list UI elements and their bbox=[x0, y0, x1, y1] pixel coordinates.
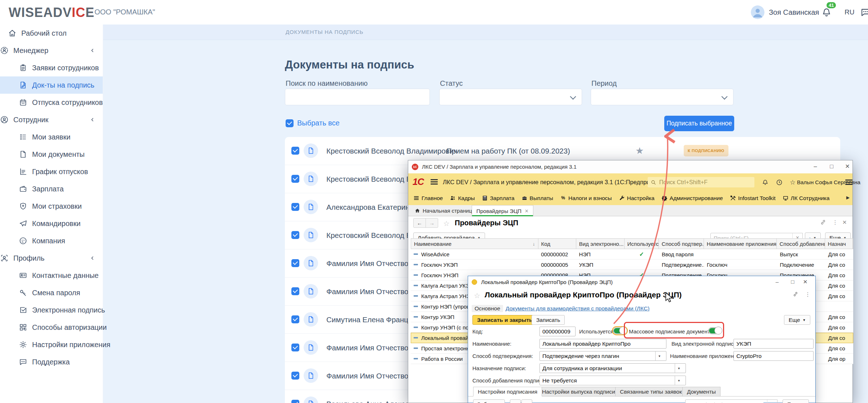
sidebar-item-nastroyki-prilozheniya[interactable]: Настройки приложения bbox=[0, 336, 103, 353]
save-close-button[interactable]: Записать и закрыть bbox=[472, 315, 537, 325]
menu-overflow-icon[interactable]: ▶ bbox=[846, 195, 850, 200]
row-checkbox[interactable] bbox=[291, 372, 299, 380]
sidebar-item-otpuska-sotrudnikov[interactable]: Отпуска сотрудников bbox=[0, 94, 103, 111]
row-checkbox[interactable] bbox=[291, 259, 299, 267]
dialog-titlebar[interactable]: Локальный провайдер КриптоПро (Провайдер… bbox=[468, 276, 815, 288]
wiseadvice-logo[interactable]: WISEADVICE bbox=[9, 5, 94, 20]
row-checkbox[interactable] bbox=[291, 203, 299, 211]
tab-home[interactable]: Начальная страница bbox=[410, 205, 480, 216]
clear-search-icon[interactable]: ✕ bbox=[767, 400, 777, 403]
row-checkbox[interactable] bbox=[291, 400, 299, 403]
chevron-collapse-icon[interactable] bbox=[89, 255, 96, 261]
favorite-star-icon[interactable]: ☆ bbox=[474, 291, 480, 300]
maximize-icon[interactable]: □ bbox=[787, 276, 798, 288]
sidebar-item-profil[interactable]: Профиль bbox=[0, 249, 103, 267]
row-checkbox[interactable] bbox=[291, 287, 299, 295]
signature-purpose-select[interactable]: Для сотрудника и организации▼ bbox=[539, 363, 686, 373]
row-checkbox[interactable] bbox=[291, 175, 299, 183]
sidebar-item-sposoby-avtorizacii[interactable]: Способы авторизации bbox=[0, 319, 103, 336]
1c-global-search[interactable] bbox=[648, 177, 754, 187]
chevron-collapse-icon[interactable] bbox=[89, 47, 96, 54]
column-header[interactable]: Способ добавлени... bbox=[777, 239, 825, 249]
menu-item-налоги-и-взносы[interactable]: %Налоги и взносы bbox=[560, 195, 612, 201]
row-checkbox[interactable] bbox=[291, 147, 299, 155]
nav-documents-link[interactable]: Документы для взаимодействия с провайдер… bbox=[506, 305, 649, 312]
row-checkbox[interactable] bbox=[291, 231, 299, 239]
period-select[interactable] bbox=[591, 89, 733, 105]
chat-icon[interactable] bbox=[860, 7, 868, 17]
dialog-tab-1[interactable]: Настройки подписания bbox=[473, 387, 542, 397]
bell-icon[interactable] bbox=[762, 179, 769, 186]
forward-arrow-icon[interactable]: → bbox=[426, 218, 438, 228]
maximize-icon[interactable]: □ bbox=[825, 160, 838, 173]
1c-search-input[interactable] bbox=[658, 179, 743, 186]
select-all-checkbox[interactable]: Выбрать все bbox=[286, 119, 340, 127]
save-button[interactable]: Записать bbox=[532, 315, 565, 325]
more-button[interactable]: Еще▼ bbox=[784, 315, 810, 325]
sidebar-item-moi-dokumenty[interactable]: Мои документы bbox=[0, 146, 103, 163]
sidebar-item-komandirovki[interactable]: Командировки bbox=[0, 215, 103, 232]
back-arrow-icon[interactable]: ← bbox=[413, 218, 426, 228]
signature-kind-input[interactable] bbox=[733, 339, 814, 349]
sidebar-item-menedzher[interactable]: Менеджер bbox=[0, 42, 103, 59]
menu-item-зарплата[interactable]: Зарплата bbox=[482, 195, 515, 201]
column-header[interactable]: Способ подтвер... bbox=[659, 239, 704, 249]
favorites-star-icon[interactable]: ☆ bbox=[789, 179, 796, 186]
dialog-tab-3[interactable]: Связанные типы заявок bbox=[615, 387, 687, 397]
chevron-collapse-icon[interactable] bbox=[89, 116, 96, 123]
column-header[interactable]: Вид электронно... bbox=[576, 239, 625, 249]
sidebar-item-grafik-otpuskov[interactable]: График отпусков bbox=[0, 163, 103, 180]
close-icon[interactable]: ✕ bbox=[800, 276, 811, 288]
code-input[interactable] bbox=[539, 327, 576, 336]
table-row[interactable]: WiseAdvice000000002НЭП✓Ввод пароляВыпуск… bbox=[411, 249, 853, 260]
sidebar-item-podderzhka[interactable]: Поддержка bbox=[0, 353, 103, 371]
tab-providers[interactable]: Провайдеры ЭЦП✕ bbox=[472, 205, 533, 216]
move-down-icon[interactable]: ▼ bbox=[521, 399, 532, 403]
search-input[interactable] bbox=[285, 89, 429, 105]
name-input[interactable] bbox=[539, 339, 666, 349]
app-name-input[interactable] bbox=[733, 351, 814, 361]
sidebar-item-dokty-na-podpis[interactable]: Док-ты на подпись bbox=[0, 76, 103, 94]
favorite-star-icon[interactable]: ☆ bbox=[443, 219, 450, 228]
more-button[interactable]: Еще▼ bbox=[783, 399, 809, 403]
row-checkbox[interactable] bbox=[291, 344, 299, 351]
star-icon[interactable]: ★ bbox=[635, 145, 644, 156]
more-vert-icon[interactable]: ⋮ bbox=[803, 291, 812, 298]
menu-item-настройка[interactable]: Настройка bbox=[619, 195, 655, 201]
notifications-bell-icon[interactable] bbox=[821, 7, 832, 17]
sidebar-item-zarplata[interactable]: Зарплата bbox=[0, 180, 103, 198]
dialog-tab-4[interactable]: Документы bbox=[682, 387, 721, 397]
nav-main[interactable]: Основное bbox=[472, 305, 503, 312]
sidebar-item-moi-strahovki[interactable]: Мои страховки bbox=[0, 198, 103, 215]
status-select[interactable] bbox=[439, 89, 582, 105]
language-switcher[interactable]: RU bbox=[845, 8, 854, 16]
history-clock-icon[interactable] bbox=[776, 179, 783, 186]
user-menu-icon[interactable] bbox=[845, 180, 852, 185]
sidebar-item-smena-parolya[interactable]: Смена пароля bbox=[0, 284, 103, 301]
dialog-tab-2[interactable]: Настройки выпуска подписи bbox=[537, 387, 620, 397]
column-header[interactable]: Используется bbox=[625, 239, 659, 249]
1c-window-titlebar[interactable]: 1С ЛКС DEV / Зарплата и управление персо… bbox=[408, 160, 852, 174]
menu-item-администрирование[interactable]: Администрирование bbox=[661, 195, 723, 201]
sidebar-item-moi-zayavki[interactable]: Мои заявки bbox=[0, 128, 103, 146]
avatar[interactable] bbox=[751, 5, 765, 19]
user-name[interactable]: Зоя Савинская bbox=[769, 8, 819, 17]
main-menu-icon[interactable] bbox=[431, 179, 438, 185]
sidebar-item-kompaniya[interactable]: Компания bbox=[0, 232, 103, 249]
confirm-method-select[interactable]: Подтверждение через плагин▼ bbox=[539, 351, 666, 361]
column-header[interactable]: Наименование↓ bbox=[411, 239, 538, 249]
menu-item-главное[interactable]: Главное bbox=[413, 195, 443, 201]
dialog-search-input[interactable] bbox=[686, 402, 763, 403]
row-checkbox[interactable] bbox=[291, 315, 299, 323]
column-header[interactable]: Назнач bbox=[825, 239, 853, 249]
table-row[interactable]: Госключ УКЭП000000005УКЭППодтверждение..… bbox=[411, 260, 853, 270]
minimize-icon[interactable]: – bbox=[772, 276, 783, 288]
menu-item-infostart-toolkit[interactable]: Infostart Toolkit bbox=[730, 195, 776, 201]
column-header[interactable]: Наименование приложения bbox=[704, 239, 777, 249]
tab-close-icon[interactable]: ✕ bbox=[525, 208, 529, 214]
link-icon[interactable] bbox=[819, 219, 827, 226]
sidebar-item-elektronnaya-podpis[interactable]: Электронная подпись bbox=[0, 301, 103, 319]
add-method-select[interactable]: Не требуется▼ bbox=[539, 376, 686, 385]
link-icon[interactable] bbox=[791, 291, 800, 298]
menu-item-лк-сотрудника[interactable]: ЛК Сотрудника bbox=[783, 195, 830, 201]
